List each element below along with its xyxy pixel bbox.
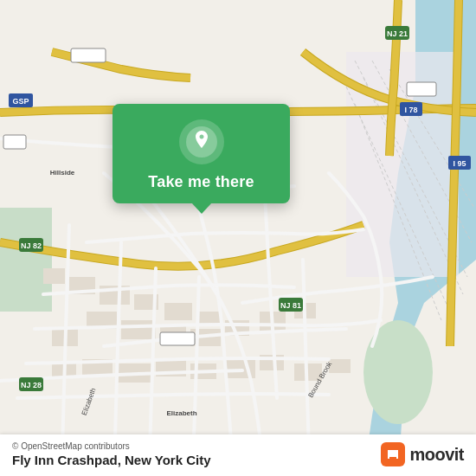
svg-text:CR 623: CR 623: [164, 335, 191, 344]
svg-text:NJ 81: NJ 81: [280, 301, 301, 310]
svg-text:I 78: I 78: [404, 106, 417, 114]
svg-rect-9: [164, 303, 192, 320]
svg-text:GSP: GSP: [12, 97, 29, 106]
svg-text:Elizabeth: Elizabeth: [166, 409, 196, 417]
bottom-left-info: © OpenStreetMap contributors Fly Inn Cra…: [12, 441, 211, 467]
svg-text:NJ 21: NJ 21: [387, 29, 408, 38]
moovit-bus-icon: [381, 442, 405, 466]
map-container: CR 601 I 78 I 78 US 22 NJ 21 I 95 NJ 82 …: [0, 0, 476, 476]
location-name: Fly Inn Crashpad, New York City: [12, 453, 211, 467]
location-icon-wrapper: [179, 119, 224, 164]
bottom-bar: © OpenStreetMap contributors Fly Inn Cra…: [0, 434, 476, 476]
location-icon-inner: [186, 126, 217, 158]
attribution-text: © OpenStreetMap contributors: [12, 441, 211, 451]
svg-rect-10: [199, 312, 221, 325]
svg-text:Hillside: Hillside: [50, 169, 75, 177]
svg-text:S 22: S 22: [7, 138, 23, 147]
svg-rect-12: [121, 320, 156, 339]
svg-text:CR 601: CR 601: [75, 52, 102, 61]
tooltip-card: Take me there: [113, 104, 290, 203]
svg-text:US 22: US 22: [410, 86, 432, 94]
svg-text:NJ 28: NJ 28: [21, 381, 42, 389]
svg-rect-4: [0, 208, 52, 312]
take-me-there-button[interactable]: Take me there: [148, 173, 254, 191]
svg-rect-5: [43, 268, 65, 284]
moovit-logo[interactable]: moovit: [381, 442, 464, 466]
pin-icon: [192, 131, 211, 153]
moovit-text: moovit: [409, 445, 464, 465]
svg-text:NJ 82: NJ 82: [21, 241, 42, 250]
svg-text:I 95: I 95: [453, 159, 466, 168]
